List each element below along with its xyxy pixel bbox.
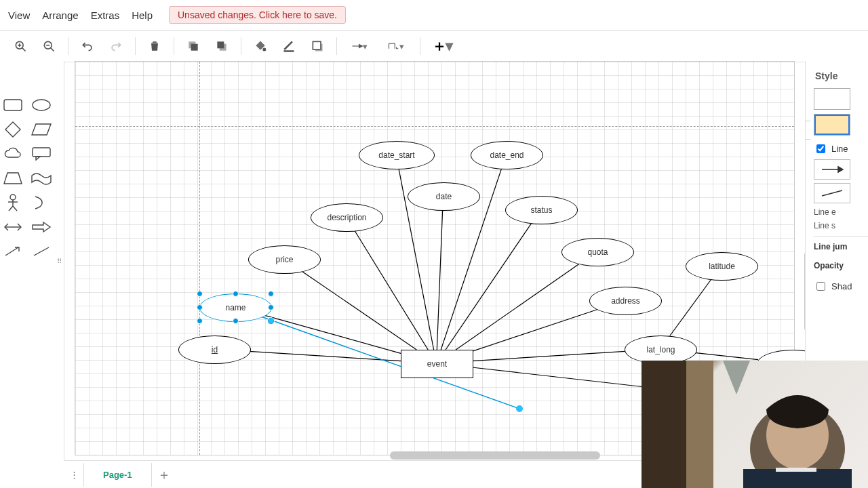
redo-icon[interactable] (104, 34, 128, 58)
line-end-arrow-button[interactable] (814, 159, 850, 180)
svg-rect-8 (191, 44, 198, 51)
svg-marker-19 (32, 124, 51, 135)
node-address[interactable]: address (589, 287, 662, 315)
svg-line-46 (259, 316, 519, 409)
connection-style-icon[interactable]: ▾ (344, 34, 376, 58)
to-back-icon[interactable] (210, 34, 234, 58)
node-date_end[interactable]: date_end (471, 141, 543, 169)
shape-arrow-thick[interactable] (29, 217, 54, 237)
shape-line-arrow[interactable] (1, 241, 25, 262)
add-page-button[interactable]: ＋ (152, 466, 176, 484)
svg-point-11 (262, 48, 266, 52)
line-end-label: Line e (814, 207, 868, 217)
page-menu-icon[interactable]: ⋮ (64, 470, 83, 480)
node-date[interactable]: date (408, 182, 480, 211)
svg-rect-51 (642, 361, 686, 488)
node-event[interactable]: event (401, 350, 473, 378)
node-latitude[interactable]: latitude (686, 252, 758, 281)
svg-line-43 (472, 367, 646, 387)
line-color-icon[interactable] (277, 34, 301, 58)
style-header: Style (815, 70, 868, 81)
svg-line-26 (9, 206, 13, 211)
node-lat_long[interactable]: lat_long (625, 336, 697, 364)
svg-line-5 (51, 48, 54, 52)
shadow-checkbox[interactable] (816, 282, 825, 291)
svg-line-50 (822, 190, 842, 196)
svg-rect-20 (33, 148, 50, 157)
svg-marker-49 (838, 167, 843, 172)
node-id[interactable]: id (178, 336, 251, 364)
svg-rect-16 (4, 100, 22, 110)
node-price[interactable]: price (248, 245, 321, 274)
shape-actor[interactable] (1, 192, 25, 213)
menu-extras[interactable]: Extras (91, 9, 120, 21)
opacity-label: Opacity (814, 261, 868, 270)
line-jump-label: Line jum (814, 242, 868, 251)
menu-help[interactable]: Help (132, 9, 153, 21)
svg-marker-53 (723, 361, 750, 394)
svg-line-36 (437, 209, 442, 350)
line-style-button[interactable] (814, 183, 850, 203)
svg-point-23 (10, 195, 16, 200)
svg-rect-13 (313, 41, 321, 49)
fill-color-icon[interactable] (248, 34, 273, 58)
svg-marker-18 (5, 122, 20, 137)
waypoint-style-icon[interactable]: ▾ (380, 34, 413, 58)
svg-point-47 (516, 405, 523, 412)
svg-line-27 (13, 206, 17, 211)
shape-parallelogram[interactable] (29, 119, 54, 140)
svg-line-31 (34, 247, 49, 256)
unsaved-changes-button[interactable]: Unsaved changes. Click here to save. (169, 6, 346, 24)
shape-callout[interactable] (29, 144, 54, 164)
svg-line-1 (22, 48, 26, 52)
delete-icon[interactable] (142, 34, 167, 58)
svg-marker-21 (36, 157, 40, 160)
line-label: Line (831, 144, 848, 154)
panel-resize-handle[interactable]: ⠿ (54, 61, 64, 461)
fill-swatch-white[interactable] (814, 88, 850, 110)
svg-line-42 (472, 351, 625, 361)
svg-marker-22 (4, 173, 22, 184)
zoom-out-icon[interactable] (37, 34, 61, 58)
shape-line[interactable] (29, 241, 54, 262)
webcam-overlay (642, 361, 868, 488)
svg-line-34 (301, 270, 416, 350)
shape-diamond[interactable] (1, 119, 25, 140)
shape-ellipse[interactable] (29, 95, 54, 115)
insert-icon[interactable]: ＋▾ (427, 34, 457, 58)
svg-line-32 (249, 351, 401, 361)
shape-wave[interactable] (29, 168, 54, 188)
shadow-label: Shad (831, 281, 852, 291)
svg-marker-29 (33, 222, 50, 232)
node-status[interactable]: status (505, 196, 578, 224)
shape-rounded-rect[interactable] (1, 95, 25, 115)
menu-view[interactable]: View (8, 9, 30, 21)
line-checkbox[interactable] (816, 144, 825, 153)
shape-cloud[interactable] (1, 144, 25, 164)
to-front-icon[interactable] (181, 34, 205, 58)
scrollbar-horizontal[interactable] (390, 451, 600, 460)
zoom-in-icon[interactable] (8, 34, 33, 58)
fill-swatch-cream[interactable] (814, 114, 850, 136)
menu-arrange[interactable]: Arrange (42, 9, 78, 21)
shape-bidir-arrow[interactable] (1, 217, 25, 237)
svg-line-30 (5, 247, 18, 256)
page-tab-1[interactable]: Page-1 (83, 463, 152, 487)
collapse-format-panel-icon[interactable]: ‹ (805, 121, 810, 140)
svg-line-45 (694, 352, 758, 359)
svg-line-33 (264, 315, 401, 353)
node-quota[interactable]: quota (561, 238, 634, 266)
toolbar: ▾ ▾ ＋▾ (0, 30, 868, 62)
svg-rect-57 (776, 468, 816, 472)
line-start-label: Line s (814, 221, 868, 230)
shapes-panel (0, 61, 55, 461)
node-description[interactable]: description (311, 203, 383, 232)
node-date_start[interactable]: date_start (359, 141, 435, 169)
shape-trapezoid[interactable] (1, 168, 25, 188)
svg-rect-56 (743, 469, 852, 488)
shape-arc[interactable] (29, 192, 54, 213)
svg-line-35 (354, 230, 428, 350)
svg-rect-10 (217, 41, 224, 48)
shadow-icon[interactable] (305, 34, 330, 58)
undo-icon[interactable] (75, 34, 100, 58)
